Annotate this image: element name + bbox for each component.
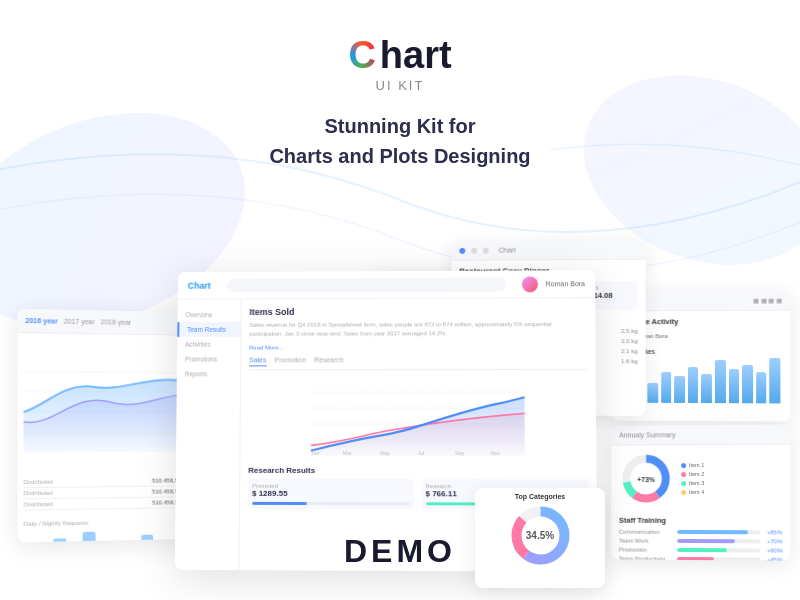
mini-table: Distributed510.458,58 lb 31 Distributed5…	[17, 471, 201, 514]
staff-fill-3	[677, 548, 727, 552]
donut-section: +73% Item 1 Item 2 Item 3	[611, 445, 790, 513]
legend-item-2: Item 2	[681, 471, 782, 477]
top-categories-donut: 34.5%	[475, 503, 605, 568]
staff-section: Staff Training Communication +85% Team W…	[611, 512, 791, 561]
progress-fill-1	[252, 502, 307, 505]
tab-promotion[interactable]: Promotion	[274, 356, 306, 366]
staff-fill-1	[677, 530, 748, 534]
progress-bar-1	[252, 502, 409, 505]
staff-name-2: Team Work	[619, 538, 673, 544]
h-bar	[770, 358, 781, 403]
donut-label: +73%	[637, 475, 655, 482]
legend-dot-2	[681, 472, 686, 477]
bar-item	[141, 535, 154, 543]
staff-bar-1	[677, 530, 760, 534]
sidebar-item-overview[interactable]: Overview	[177, 307, 240, 322]
header: C hart UI Kit Stunning Kit for Charts an…	[269, 0, 530, 181]
demo-section: DEMO	[344, 533, 456, 570]
h-bar	[648, 383, 658, 403]
wave-chart-svg	[23, 341, 195, 463]
svg-text:Jan: Jan	[311, 450, 320, 456]
preview-area: 2016 year 2017 year 2018 year	[0, 230, 800, 600]
top-categories-title: Top Categories	[475, 488, 605, 503]
donut-header-label: Annualy Summary	[619, 431, 675, 438]
legend-dot-4	[681, 490, 686, 495]
center-username: Roman Bora	[546, 280, 585, 287]
staff-title: Staff Training	[619, 516, 783, 526]
legend-item-3: Item 3	[681, 480, 782, 486]
staff-name-3: Production	[619, 547, 673, 553]
items-sold-text: Sales revenue for Q4 2018 in Spreadsheet…	[249, 320, 587, 339]
tab-research[interactable]: Research	[314, 356, 344, 366]
center-logo: Chart	[188, 280, 211, 290]
staff-bar-2	[677, 539, 760, 543]
tagline-line2: Charts and Plots Designing	[269, 141, 530, 171]
center-avatar	[522, 276, 538, 292]
logo-hart-text: hart	[380, 36, 452, 74]
staff-pct-1: +85%	[764, 529, 782, 535]
top-categories-card: Top Categories 34.5%	[475, 488, 605, 588]
h-bar	[688, 367, 699, 403]
staff-pct-2: +70%	[764, 538, 782, 544]
sidebar-mini: Overview Team Results Activities Promoti…	[175, 299, 242, 570]
h-bar	[729, 369, 740, 403]
nav-dot-3	[483, 247, 489, 253]
h-bar	[715, 360, 726, 403]
demo-label[interactable]: DEMO	[344, 533, 456, 570]
legend-item-1: Item 1	[681, 462, 782, 468]
year-2017: 2017 year	[64, 318, 95, 326]
research-value-1: $ 1289.55	[252, 489, 409, 498]
logo-container: C hart	[348, 36, 451, 74]
bar-item	[112, 541, 125, 542]
logo-c-letter: C	[348, 36, 375, 74]
restaurant-header: Chart	[451, 240, 645, 261]
bar-chart-title: Daily / Nightly Requests	[24, 518, 196, 527]
sidebar-item-activities[interactable]: Activities	[177, 337, 240, 352]
nav-dot-2	[471, 247, 477, 253]
table-row: Distributed510.458,58 lb 31	[24, 497, 196, 510]
svg-text:Nov: Nov	[490, 450, 500, 456]
legend-item-4: Item 4	[681, 489, 782, 495]
sidebar-item-reports[interactable]: Reports	[177, 366, 240, 381]
staff-row-2: Team Work +70%	[619, 538, 783, 545]
h-bar	[756, 372, 767, 404]
h-bar	[742, 365, 753, 404]
logo-subtitle: UI Kit	[376, 78, 425, 93]
legend-dot-1	[681, 463, 686, 468]
svg-text:Jul: Jul	[417, 450, 424, 456]
research-card-1: Promoted $ 1289.55	[248, 479, 414, 509]
staff-fill-2	[677, 539, 735, 543]
year-2018: 2018 year	[101, 318, 132, 325]
legend-label-4: Item 4	[689, 489, 704, 495]
bar-chart-small: Daily / Nightly Requests	[17, 512, 201, 543]
tab-sales[interactable]: Sales	[249, 356, 266, 366]
legend-label-2: Item 2	[689, 471, 704, 477]
staff-name-1: Communication	[619, 529, 673, 535]
chart-tab-section: Sales Promotion Research	[248, 356, 588, 460]
donut-header: Annualy Summary	[611, 424, 790, 445]
research-title: Research Results	[248, 466, 588, 476]
staff-row-4: Team Productivity +45%	[619, 556, 783, 561]
wave-chart-area	[17, 333, 201, 473]
year-2016: 2016 year	[25, 317, 57, 325]
line-chart-svg: Jan Mar May Jul Sep Nov	[248, 376, 588, 456]
tagline-line1: Stunning Kit for	[269, 111, 530, 141]
nav-dot-1	[459, 247, 465, 253]
staff-bar-3	[677, 548, 760, 553]
staff-row-1: Communication +85%	[619, 529, 783, 536]
svg-text:May: May	[380, 450, 390, 456]
items-sold-title: Items Sold	[249, 306, 587, 317]
bar-group	[24, 528, 196, 543]
chart-section: Sales Promotion Research	[248, 356, 588, 460]
tagline: Stunning Kit for Charts and Plots Design…	[269, 111, 530, 171]
legend-label-1: Item 1	[689, 462, 704, 468]
tc-donut-label: 34.5%	[526, 530, 554, 541]
legend-label-3: Item 3	[689, 480, 704, 486]
staff-pct-3: +60%	[764, 547, 782, 553]
h-bar	[701, 374, 712, 403]
svg-line-0	[23, 371, 194, 373]
h-bar	[674, 376, 685, 403]
sidebar-item-team-results[interactable]: Team Results	[177, 322, 240, 337]
sidebar-item-promotions[interactable]: Promotions	[177, 352, 240, 367]
read-more-link[interactable]: Read More...	[249, 344, 587, 351]
